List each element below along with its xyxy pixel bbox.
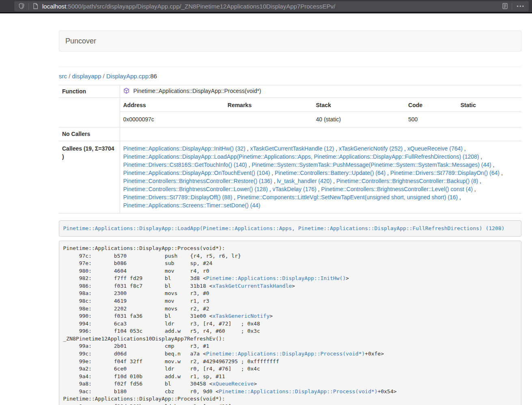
stats-data-row: 0x0000097c 40 (static) 500 <box>120 112 522 127</box>
callee-link[interactable]: Pinetime::Controllers::BrightnessControl… <box>321 186 472 192</box>
code-size-value: 500 <box>405 112 457 127</box>
callee-link[interactable]: Pinetime::Applications::Screens::Timer::… <box>123 202 261 209</box>
browser-toolbar: localhost:5000/path/src/displayapp/Displ… <box>0 0 532 13</box>
column-header-address: Address <box>120 98 224 112</box>
function-row: Function Pinetime::Applications::Display… <box>59 85 521 98</box>
brand-link[interactable]: Puncover <box>59 37 102 45</box>
callees-label: Callees (19, Σ=3704 ) <box>59 141 120 213</box>
callee-link[interactable]: Pinetime::Controllers::Battery::Update()… <box>275 170 386 176</box>
stack-value: 40 (static) <box>312 112 405 127</box>
url-host: localhost <box>42 3 66 10</box>
callees-row: Callees (19, Σ=3704 ) Pinetime::Applicat… <box>59 141 521 213</box>
column-header-remarks: Remarks <box>224 98 313 112</box>
callee-link[interactable]: Pinetime::Controllers::BrightnessControl… <box>123 186 268 192</box>
callee-link[interactable]: Pinetime::Controllers::BrightnessControl… <box>336 178 478 184</box>
snippet-link[interactable]: Pinetime::Applications::DisplayApp::Load… <box>63 225 505 231</box>
stats-row: Address Remarks Stack Code Static 0x0000… <box>59 98 521 127</box>
callees-list: Pinetime::Applications::DisplayApp::Init… <box>120 141 521 213</box>
callee-link[interactable]: vTaskDelay (176) <box>273 186 317 192</box>
callee-link[interactable]: Pinetime::Applications::DisplayApp::Load… <box>123 153 479 160</box>
breadcrumb: src / displayapp / DisplayApp.cpp:86 <box>59 72 521 80</box>
symbol-link[interactable]: xTaskGetCurrentTaskHandle <box>212 283 292 289</box>
callers-row: No Callers <box>59 127 521 141</box>
callee-link[interactable]: xTaskGenericNotify (252) <box>339 145 403 152</box>
breadcrumb-line-number: :86 <box>149 73 157 80</box>
page-icon[interactable] <box>32 3 39 9</box>
callee-link[interactable]: Pinetime::Drivers::Cst816S::GetTouchInfo… <box>123 162 247 168</box>
no-callers-label: No Callers <box>59 127 120 141</box>
breadcrumb-link[interactable]: displayapp <box>72 73 101 80</box>
callee-link[interactable]: Pinetime::Drivers::St7789::DisplayOff() … <box>123 194 233 200</box>
url-bar-divider <box>512 3 512 10</box>
callee-link[interactable]: xTaskGetCurrentTaskHandle (12) <box>250 145 334 152</box>
page-actions-menu-icon[interactable]: ••• <box>517 3 525 9</box>
static-value <box>457 112 521 127</box>
callee-link[interactable]: Pinetime::Controllers::BrightnessControl… <box>123 178 272 184</box>
symbol-link[interactable]: Pinetime::Applications::DisplayApp::Init… <box>206 275 346 281</box>
url-text[interactable]: localhost:5000/path/src/displayapp/Displ… <box>42 3 502 10</box>
tracking-protection-shield-icon[interactable] <box>18 3 25 9</box>
cube-icon <box>123 88 131 95</box>
disassembly: Pinetime::Applications::DisplayApp::Proc… <box>59 241 521 405</box>
callee-link[interactable]: xQueueReceive (764) <box>407 145 463 152</box>
callee-link[interactable]: Pinetime::Applications::DisplayApp::OnTo… <box>123 170 270 176</box>
callee-link[interactable]: Pinetime::System::SystemTask::PushMessag… <box>252 162 491 168</box>
callee-link[interactable]: Pinetime::Applications::DisplayApp::Init… <box>123 145 246 152</box>
column-header-code: Code <box>405 98 457 112</box>
function-name: Pinetime::Applications::DisplayApp::Proc… <box>133 88 261 94</box>
divider <box>59 67 521 67</box>
function-row-label: Function <box>59 85 120 98</box>
callee-link[interactable]: lv_task_handler (420) <box>277 178 332 184</box>
url-bar-divider <box>28 3 29 10</box>
stats-table: Address Remarks Stack Code Static 0x0000… <box>120 98 522 127</box>
address-value: 0x0000097c <box>120 112 224 127</box>
symbol-link[interactable]: xTaskGenericNotify <box>212 313 269 319</box>
symbol-link[interactable]: Pinetime::Applications::DisplayApp::Proc… <box>219 388 377 394</box>
function-table: Function Pinetime::Applications::Display… <box>59 85 521 213</box>
url-path: :5000/path/src/displayapp/DisplayApp.cpp… <box>66 3 335 10</box>
column-header-static: Static <box>457 98 521 112</box>
highlighted-callee-snippet: Pinetime::Applications::DisplayApp::Load… <box>59 220 521 237</box>
symbol-link[interactable]: xQueueReceive <box>212 381 254 387</box>
column-header-stack: Stack <box>312 98 405 112</box>
url-bar[interactable]: localhost:5000/path/src/displayapp/Displ… <box>14 1 529 11</box>
breadcrumb-link[interactable]: src <box>59 73 67 80</box>
navbar: Puncover <box>59 30 521 52</box>
symbol-link[interactable]: Pinetime::Applications::DisplayApp::Proc… <box>206 351 365 357</box>
remarks-value <box>224 112 313 127</box>
reader-view-icon[interactable] <box>502 3 508 9</box>
callee-link[interactable]: Pinetime::Components::LittleVgl::SetNewT… <box>237 194 458 200</box>
breadcrumb-link[interactable]: DisplayApp.cpp <box>106 73 149 80</box>
callee-link[interactable]: Pinetime::Drivers::St7789::DisplayOn() (… <box>390 170 500 176</box>
